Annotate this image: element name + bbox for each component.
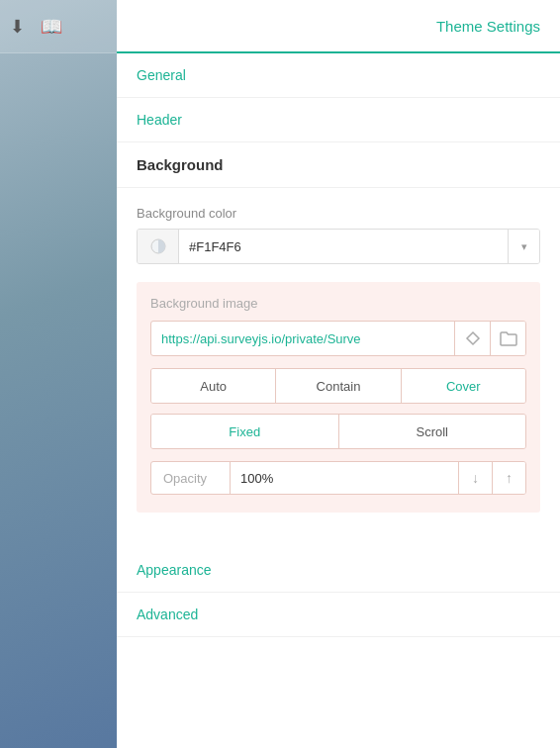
size-cover-button[interactable]: Cover bbox=[402, 369, 525, 403]
position-fixed-button[interactable]: Fixed bbox=[151, 415, 339, 448]
erase-button[interactable] bbox=[454, 322, 490, 355]
panel-title: Theme Settings bbox=[436, 18, 540, 35]
arrow-up-icon: ↑ bbox=[506, 470, 513, 486]
bg-image-label: Background image bbox=[150, 296, 526, 311]
svg-marker-1 bbox=[467, 332, 479, 344]
top-icon-bar: ⬇ 📖 bbox=[0, 0, 117, 53]
folder-button[interactable] bbox=[490, 322, 525, 355]
opacity-label: Opacity bbox=[151, 462, 231, 494]
position-scroll-button[interactable]: Scroll bbox=[339, 415, 526, 448]
color-picker[interactable]: #F1F4F6 ▾ bbox=[137, 229, 540, 264]
opacity-increase-button[interactable]: ↑ bbox=[492, 462, 525, 494]
size-auto-button[interactable]: Auto bbox=[151, 369, 276, 403]
book-icon: 📖 bbox=[41, 16, 62, 38]
chevron-down-icon: ▾ bbox=[521, 240, 527, 253]
opacity-decrease-button[interactable]: ↓ bbox=[458, 462, 492, 494]
preview-panel: ⬇ 📖 bbox=[0, 0, 117, 748]
section-body-background: Background color #F1F4F6 ▾ Background im… bbox=[117, 188, 560, 548]
size-button-row[interactable]: Auto Contain Cover bbox=[150, 368, 526, 404]
settings-panel: Theme Settings General Header Background… bbox=[117, 0, 560, 748]
position-button-row[interactable]: Fixed Scroll bbox=[150, 414, 526, 449]
opacity-value: 100% bbox=[231, 471, 458, 486]
color-dropdown-button[interactable]: ▾ bbox=[508, 230, 539, 263]
bg-image-section: Background image https://api.surveyjs.io… bbox=[137, 282, 540, 513]
palette-icon bbox=[150, 238, 166, 254]
color-swatch-button[interactable] bbox=[138, 230, 179, 263]
section-link-appearance[interactable]: Appearance bbox=[117, 548, 560, 593]
section-link-general[interactable]: General bbox=[117, 53, 560, 98]
color-value: #F1F4F6 bbox=[179, 239, 508, 254]
opacity-row: Opacity 100% ↓ ↑ bbox=[150, 461, 526, 495]
section-link-advanced[interactable]: Advanced bbox=[117, 593, 560, 637]
book-button[interactable]: 📖 bbox=[41, 16, 62, 38]
panel-content[interactable]: General Header Background Background col… bbox=[117, 53, 560, 748]
section-title-background: Background bbox=[117, 142, 560, 188]
download-icon: ⬇ bbox=[10, 16, 25, 38]
section-link-header[interactable]: Header bbox=[117, 98, 560, 142]
download-button[interactable]: ⬇ bbox=[10, 16, 25, 38]
bg-image-url: https://api.surveyjs.io/private/Surve bbox=[151, 331, 454, 346]
size-contain-button[interactable]: Contain bbox=[276, 369, 401, 403]
color-field-label: Background color bbox=[137, 206, 540, 221]
erase-icon bbox=[464, 329, 482, 347]
arrow-down-icon: ↓ bbox=[472, 470, 479, 486]
panel-header: Theme Settings bbox=[117, 0, 560, 53]
bg-image-input-row[interactable]: https://api.surveyjs.io/private/Surve bbox=[150, 321, 526, 356]
folder-icon bbox=[500, 330, 517, 346]
